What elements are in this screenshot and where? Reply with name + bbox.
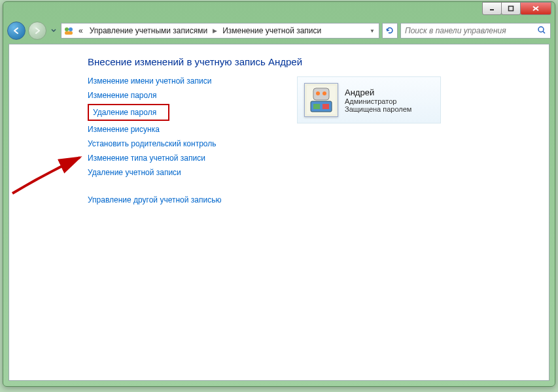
link-delete-password[interactable]: Удаление пароля bbox=[88, 104, 169, 121]
link-change-password[interactable]: Изменение пароля bbox=[88, 91, 156, 100]
control-panel-window: « Управление учетными записями ▶ Изменен… bbox=[3, 1, 555, 387]
link-spacer bbox=[88, 182, 258, 190]
svg-point-12 bbox=[323, 91, 326, 95]
link-change-name[interactable]: Изменение имени учетной записи bbox=[88, 76, 211, 86]
navigation-bar: « Управление учетными записями ▶ Изменен… bbox=[3, 20, 555, 41]
close-button[interactable] bbox=[520, 2, 551, 15]
maximize-button[interactable] bbox=[501, 2, 521, 15]
avatar bbox=[304, 83, 338, 117]
user-role: Администратор bbox=[345, 97, 411, 105]
breadcrumb[interactable]: « Управление учетными записями ▶ Изменен… bbox=[61, 23, 379, 39]
breadcrumb-item-change[interactable]: Изменение учетной записи bbox=[220, 26, 324, 35]
main-content: Изменение имени учетной записи Изменение… bbox=[9, 76, 549, 204]
back-button[interactable] bbox=[7, 22, 26, 40]
svg-rect-10 bbox=[313, 88, 329, 100]
breadcrumb-prefix[interactable]: « bbox=[76, 26, 86, 35]
svg-line-8 bbox=[543, 31, 545, 33]
link-parental-control[interactable]: Установить родительский контроль bbox=[88, 139, 217, 148]
chevron-down-icon bbox=[51, 29, 56, 33]
link-manage-other[interactable]: Управление другой учетной записью bbox=[88, 195, 221, 204]
maximize-icon bbox=[508, 5, 514, 12]
svg-rect-15 bbox=[323, 104, 329, 109]
forward-button[interactable] bbox=[28, 22, 46, 40]
close-icon bbox=[532, 5, 540, 12]
svg-rect-6 bbox=[65, 31, 73, 35]
search-icon[interactable] bbox=[537, 25, 546, 37]
user-info: Андрей Администратор Защищена паролем bbox=[345, 88, 411, 113]
titlebar bbox=[3, 2, 555, 20]
back-arrow-icon bbox=[12, 26, 21, 35]
link-change-type[interactable]: Изменение типа учетной записи bbox=[88, 154, 205, 163]
svg-point-4 bbox=[65, 27, 69, 31]
link-change-picture[interactable]: Изменение рисунка bbox=[88, 125, 160, 134]
search-input[interactable] bbox=[405, 26, 537, 35]
breadcrumb-dropdown[interactable]: ▼ bbox=[367, 28, 377, 34]
user-accounts-icon bbox=[63, 25, 75, 37]
refresh-button[interactable] bbox=[382, 23, 398, 39]
breadcrumb-separator: ▶ bbox=[211, 27, 218, 34]
action-links-column: Изменение имени учетной записи Изменение… bbox=[88, 76, 258, 204]
minimize-button[interactable] bbox=[482, 2, 502, 15]
user-card: Андрей Администратор Защищена паролем bbox=[297, 76, 441, 123]
robot-avatar-icon bbox=[307, 86, 336, 114]
forward-arrow-icon bbox=[33, 26, 42, 35]
page-title: Внесение изменений в учетную запись Андр… bbox=[9, 44, 549, 76]
user-status: Защищена паролем bbox=[345, 105, 411, 113]
svg-point-7 bbox=[538, 27, 544, 32]
history-dropdown[interactable] bbox=[49, 24, 58, 38]
svg-rect-14 bbox=[313, 104, 320, 109]
refresh-icon bbox=[385, 26, 394, 35]
svg-point-11 bbox=[316, 91, 320, 95]
svg-point-5 bbox=[69, 27, 73, 31]
link-delete-account[interactable]: Удаление учетной записи bbox=[88, 168, 181, 177]
search-box[interactable] bbox=[400, 23, 551, 39]
content-area: Внесение изменений в учетную запись Андр… bbox=[9, 44, 549, 381]
svg-rect-1 bbox=[509, 7, 514, 11]
breadcrumb-item-accounts[interactable]: Управление учетными записями bbox=[87, 26, 210, 35]
window-controls bbox=[483, 2, 551, 15]
user-name: Андрей bbox=[345, 88, 411, 97]
minimize-icon bbox=[489, 5, 495, 12]
